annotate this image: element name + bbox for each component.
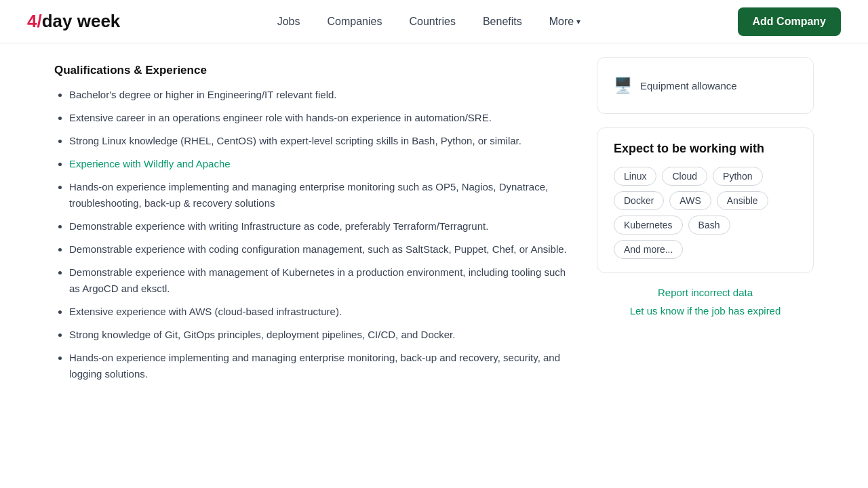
bullet-text: Extensive career in an operations engine… (69, 112, 492, 123)
list-item: Extensive career in an operations engine… (69, 110, 570, 126)
bullet-text: Demonstrable experience with management … (69, 266, 566, 294)
nav-benefits[interactable]: Benefits (472, 10, 533, 33)
list-item: Strong knowledge of Git, GitOps principl… (69, 327, 570, 343)
equipment-perk: 🖥️ Equipment allowance (614, 71, 797, 100)
main-content: Qualifications & Experience Bachelor's d… (54, 57, 570, 389)
job-expired-link[interactable]: Let us know if the job has expired (597, 305, 814, 317)
main-nav: Jobs Companies Countries Benefits More ▾ (267, 10, 591, 33)
header: 4/day week Jobs Companies Countries Bene… (0, 0, 868, 43)
list-item: Hands-on experience implementing and man… (69, 179, 570, 211)
bullet-link[interactable]: Experience with Wildfly and Apache (69, 158, 231, 169)
bullet-text: Demonstrable experience with coding conf… (69, 243, 567, 255)
tech-tag-bash: Bash (688, 216, 730, 235)
logo[interactable]: 4/day week (27, 11, 120, 32)
add-company-button[interactable]: Add Company (738, 7, 841, 36)
tech-tag-kubernetes: Kubernetes (614, 216, 683, 235)
tech-tag-cloud: Cloud (662, 167, 707, 186)
list-item: Experience with Wildfly and Apache (69, 156, 570, 172)
tech-card: Expect to be working with Linux Cloud Py… (597, 127, 814, 273)
report-data-link[interactable]: Report incorrect data (597, 287, 814, 298)
nav-more[interactable]: More ▾ (538, 10, 591, 33)
equipment-label: Equipment allowance (640, 80, 737, 92)
list-item: Bachelor's degree or higher in Engineeri… (69, 87, 570, 103)
tech-tag-more[interactable]: And more... (614, 240, 683, 259)
sidebar: 🖥️ Equipment allowance Expect to be work… (597, 57, 814, 389)
nav-companies[interactable]: Companies (316, 10, 393, 33)
tech-card-title: Expect to be working with (614, 142, 797, 156)
equipment-card: 🖥️ Equipment allowance (597, 57, 814, 114)
chevron-down-icon: ▾ (576, 17, 580, 26)
bullet-text: Hands-on experience implementing and man… (69, 352, 560, 380)
tech-tag-python: Python (713, 167, 763, 186)
list-item: Extensive experience with AWS (cloud-bas… (69, 304, 570, 320)
bullet-text: Bachelor's degree or higher in Engineeri… (69, 89, 337, 100)
bullet-text: Extensive experience with AWS (cloud-bas… (69, 306, 342, 317)
logo-slash: 4/ (27, 11, 42, 32)
logo-text: day week (42, 11, 121, 32)
list-item: Hands-on experience implementing and man… (69, 350, 570, 382)
bullet-text: Demonstrable experience with writing Inf… (69, 220, 488, 232)
list-item: Demonstrable experience with writing Inf… (69, 218, 570, 235)
tech-tag-ansible: Ansible (717, 191, 768, 210)
list-item: Demonstrable experience with coding conf… (69, 241, 570, 258)
list-item: Demonstrable experience with management … (69, 264, 570, 297)
tech-tag-linux: Linux (614, 167, 656, 186)
bullet-text: Strong Linux knowledge (RHEL, CentOS) wi… (69, 135, 521, 146)
tech-tag-aws: AWS (669, 191, 711, 210)
bullet-text: Strong knowledge of Git, GitOps principl… (69, 329, 455, 340)
page-wrapper: Qualifications & Experience Bachelor's d… (27, 43, 841, 403)
nav-countries[interactable]: Countries (398, 10, 466, 33)
nav-more-label: More (549, 16, 574, 28)
monitor-icon: 🖥️ (614, 77, 632, 94)
list-item: Strong Linux knowledge (RHEL, CentOS) wi… (69, 133, 570, 149)
tech-tag-docker: Docker (614, 191, 664, 210)
tech-tags-container: Linux Cloud Python Docker AWS Ansible Ku… (614, 167, 797, 259)
qualifications-list: Bachelor's degree or higher in Engineeri… (54, 87, 570, 382)
nav-jobs[interactable]: Jobs (267, 10, 311, 33)
section-title: Qualifications & Experience (54, 64, 570, 77)
bullet-text: Hands-on experience implementing and man… (69, 181, 548, 209)
